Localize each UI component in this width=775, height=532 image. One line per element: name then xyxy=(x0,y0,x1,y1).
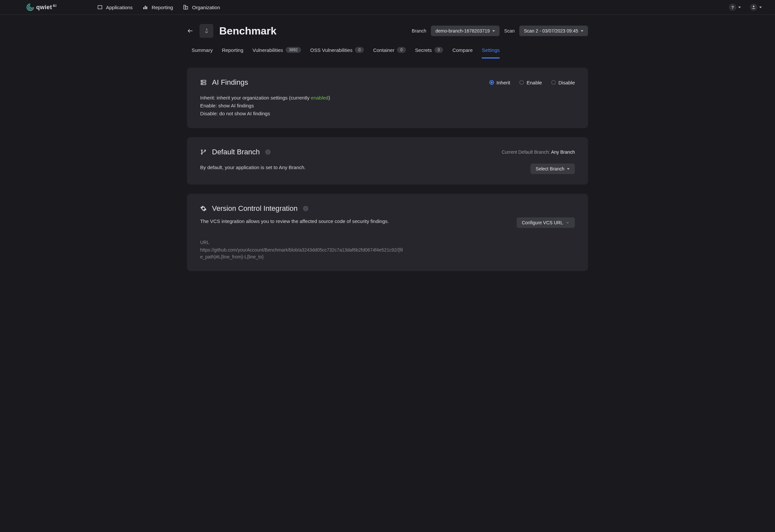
logo-spiral-icon xyxy=(26,3,34,11)
caret-down-icon xyxy=(759,7,762,8)
tab-settings[interactable]: Settings xyxy=(482,44,499,58)
select-branch-button[interactable]: Select Branch xyxy=(530,164,575,174)
tab-vulnerabilities[interactable]: Vulnerabilities3892 xyxy=(253,44,301,58)
server-icon xyxy=(200,79,207,86)
branch-select[interactable]: demo-branch-1678203719 xyxy=(431,26,499,36)
radio-label: Disable xyxy=(558,80,575,85)
card-ai-findings: AI Findings Inherit Enable Disable Inher… xyxy=(187,68,588,128)
top-nav-left: qwietAI Applications Reporting Organizat… xyxy=(26,3,220,11)
info-icon[interactable]: i xyxy=(303,206,308,211)
card-title: Version Control Integration xyxy=(212,204,298,213)
user-icon xyxy=(750,4,757,11)
tab-label: Reporting xyxy=(222,47,243,53)
vcs-url-label: URL xyxy=(200,239,404,246)
svg-rect-0 xyxy=(98,6,102,9)
card-body: Inherit: inherit your organization setti… xyxy=(200,94,404,118)
brand-logo[interactable]: qwietAI xyxy=(26,3,57,11)
page: Benchmark Branch demo-branch-1678203719 … xyxy=(184,15,591,291)
brand-text: qwietAI xyxy=(36,4,57,11)
card-body: By default, your application is set to A… xyxy=(200,164,306,171)
svg-rect-2 xyxy=(145,6,146,10)
card-vcs: Version Control Integration i The VCS in… xyxy=(187,194,588,271)
svg-point-13 xyxy=(202,83,203,84)
button-label: Configure VCS URL xyxy=(522,220,563,225)
building-icon xyxy=(183,4,188,10)
tab-label: Secrets xyxy=(415,47,432,53)
nav-link-reporting[interactable]: Reporting xyxy=(142,4,173,10)
svg-point-14 xyxy=(201,150,202,151)
card-row: By default, your application is set to A… xyxy=(200,164,575,174)
card-default-branch: Default Branch i Current Default Branch:… xyxy=(187,137,588,185)
current-default-branch-value: Any Branch xyxy=(551,149,575,155)
ai-findings-line-1: Inherit: inherit your organization setti… xyxy=(200,94,404,102)
card-body: The VCS integration allows you to review… xyxy=(200,217,389,225)
help-menu[interactable]: ? xyxy=(729,4,741,11)
git-branch-icon xyxy=(200,149,207,155)
svg-point-16 xyxy=(205,150,206,151)
card-row: The VCS integration allows you to review… xyxy=(200,217,575,228)
caret-down-icon xyxy=(738,7,741,8)
svg-rect-1 xyxy=(143,7,144,9)
tab-label: Vulnerabilities xyxy=(253,47,283,53)
help-icon: ? xyxy=(729,4,736,11)
nav-link-label: Organization xyxy=(192,5,220,10)
configure-vcs-button[interactable]: Configure VCS URL xyxy=(517,217,575,228)
tab-compare[interactable]: Compare xyxy=(452,44,473,58)
tab-label: Summary xyxy=(191,47,213,53)
page-title: Benchmark xyxy=(219,25,277,37)
vcs-url-block: URL https://github.com/yourAccount/Bench… xyxy=(200,239,404,260)
chart-icon xyxy=(142,4,148,10)
radio-label: Enable xyxy=(526,80,542,85)
page-header-left: Benchmark xyxy=(187,24,277,38)
scan-select-value: Scan 2 - 03/07/2023 09:45 xyxy=(524,28,578,33)
svg-point-8 xyxy=(753,6,755,7)
caret-down-icon xyxy=(581,30,584,32)
nav-link-label: Reporting xyxy=(151,5,173,10)
svg-point-12 xyxy=(202,81,203,81)
tab-badge: 0 xyxy=(434,47,443,53)
tab-label: Settings xyxy=(482,47,499,53)
card-title: Default Branch xyxy=(212,148,260,156)
app-language-icon xyxy=(200,24,213,38)
nav-link-applications[interactable]: Applications xyxy=(97,4,133,10)
svg-rect-5 xyxy=(186,7,188,9)
tab-label: Compare xyxy=(452,47,473,53)
nav-links: Applications Reporting Organization xyxy=(97,4,220,10)
card-title-wrap: AI Findings xyxy=(200,78,248,87)
radio-inherit[interactable]: Inherit xyxy=(489,80,510,85)
tab-container[interactable]: Container0 xyxy=(373,44,406,58)
info-icon[interactable]: i xyxy=(265,149,271,155)
nav-link-organization[interactable]: Organization xyxy=(183,4,220,10)
branch-select-value: demo-branch-1678203719 xyxy=(435,28,490,33)
branch-label: Branch xyxy=(412,28,426,33)
java-icon xyxy=(203,28,210,34)
tab-label: OSS Vulnerabilities xyxy=(310,47,353,53)
card-title: AI Findings xyxy=(212,78,248,87)
tab-reporting[interactable]: Reporting xyxy=(222,44,243,58)
card-header: Default Branch i Current Default Branch:… xyxy=(200,148,575,156)
caret-down-icon xyxy=(567,168,569,170)
tab-badge: 0 xyxy=(397,47,406,53)
ai-findings-line-2: Enable: show AI findings xyxy=(200,102,404,110)
radio-enable[interactable]: Enable xyxy=(519,80,542,85)
card-title-wrap: Default Branch i xyxy=(200,148,271,156)
user-menu[interactable] xyxy=(750,4,762,11)
radio-label: Inherit xyxy=(497,80,510,85)
card-header: Version Control Integration i xyxy=(200,204,575,213)
radio-dot-icon xyxy=(519,80,524,85)
back-arrow-icon[interactable] xyxy=(187,28,193,34)
tab-secrets[interactable]: Secrets0 xyxy=(415,44,443,58)
card-header: AI Findings Inherit Enable Disable xyxy=(200,78,575,87)
card-title-wrap: Version Control Integration i xyxy=(200,204,308,213)
svg-rect-3 xyxy=(146,7,147,9)
enabled-status: enabled xyxy=(311,95,328,100)
page-header-right: Branch demo-branch-1678203719 Scan Scan … xyxy=(412,26,588,36)
tab-summary[interactable]: Summary xyxy=(191,44,213,58)
vcs-url-value: https://github.com/yourAccount/Benchmark… xyxy=(200,247,403,259)
scan-select[interactable]: Scan 2 - 03/07/2023 09:45 xyxy=(519,26,588,36)
current-default-branch-label: Current Default Branch: xyxy=(501,149,551,155)
applications-icon xyxy=(97,4,103,10)
nav-link-label: Applications xyxy=(106,5,133,10)
tab-oss-vulnerabilities[interactable]: OSS Vulnerabilities0 xyxy=(310,44,364,58)
radio-disable[interactable]: Disable xyxy=(551,80,575,85)
